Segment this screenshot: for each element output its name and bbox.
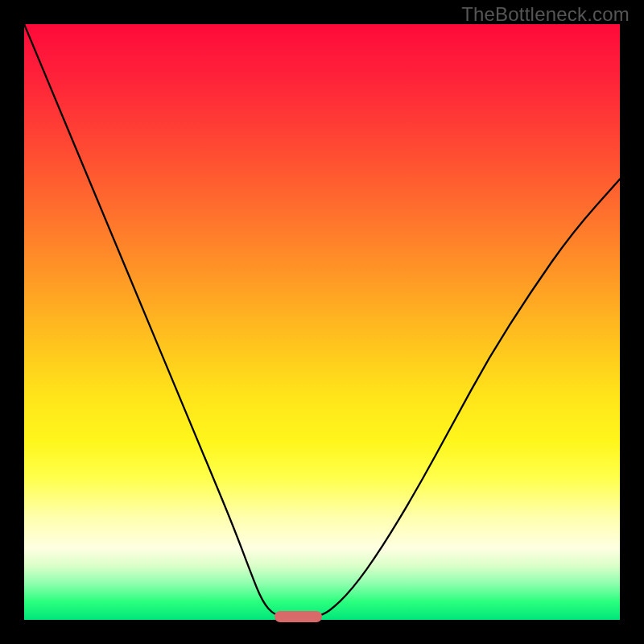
right-branch-curve — [316, 179, 620, 616]
plot-area — [24, 24, 620, 620]
optimal-range-bar — [275, 611, 322, 622]
chart-frame: TheBottleneck.com — [0, 0, 644, 644]
curves-svg — [24, 24, 620, 620]
left-branch-curve — [24, 24, 287, 617]
watermark-text: TheBottleneck.com — [461, 3, 630, 26]
